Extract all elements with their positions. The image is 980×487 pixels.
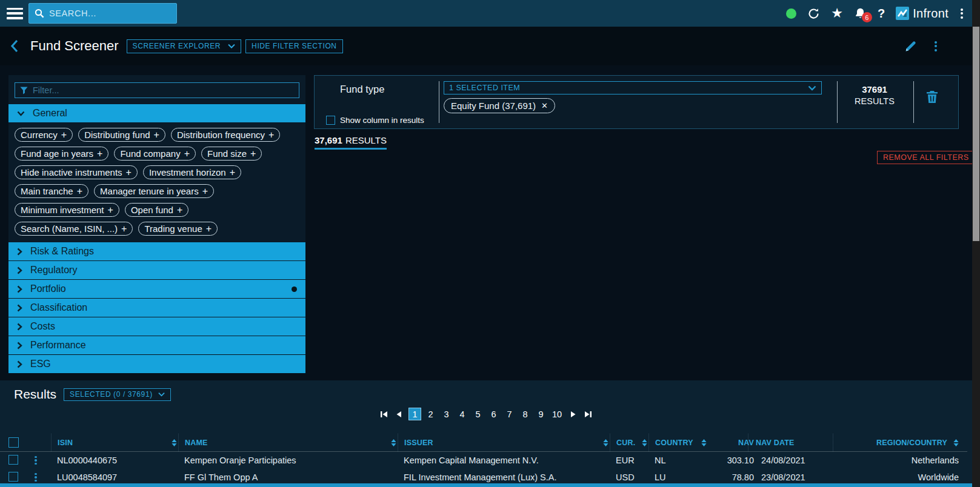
filter-chip-add[interactable]: Investment horizon+ [143, 165, 241, 179]
row-checkbox[interactable] [8, 472, 18, 482]
edit-icon[interactable] [904, 40, 917, 53]
funnel-icon [20, 87, 28, 94]
remove-chip-icon[interactable]: ✕ [541, 101, 548, 110]
pagination-page-4[interactable]: 4 [456, 408, 468, 420]
column-header-isin[interactable]: ISIN [51, 434, 184, 451]
hide-filter-section-button[interactable]: HIDE FILTER SECTION [245, 39, 343, 53]
filter-chip-add[interactable]: Hide inactive instruments+ [15, 165, 138, 179]
filter-chip-add[interactable]: Main tranche+ [15, 184, 88, 198]
help-icon[interactable]: ? [878, 7, 885, 21]
table-body: NL0000440675Kempen Oranje ParticipatiesK… [0, 452, 972, 486]
table-header: ISIN NAME ISSUER CUR. COUNTRY NAV NAV DA… [0, 434, 967, 452]
prev-page-icon[interactable] [393, 408, 405, 420]
filter-chip-add[interactable]: Fund company+ [114, 147, 196, 161]
next-page-icon[interactable] [567, 408, 579, 420]
column-header-name[interactable]: NAME [178, 434, 404, 451]
filter-placeholder: Filter... [33, 85, 59, 95]
add-icon: + [126, 168, 132, 177]
pagination-page-6[interactable]: 6 [487, 408, 500, 420]
pagination-page-2[interactable]: 2 [424, 408, 437, 420]
search-input[interactable]: SEARCH... [28, 3, 177, 24]
results-count-tab[interactable]: 37,691 RESULTS [315, 135, 387, 150]
filter-chip-add[interactable]: Minimum investment+ [15, 203, 119, 217]
row-menu-icon[interactable] [35, 456, 37, 465]
horizontal-scrollbar[interactable] [0, 483, 972, 487]
add-icon: + [61, 130, 67, 140]
favorites-icon[interactable]: ★ [831, 7, 843, 20]
chevron-right-icon [17, 267, 22, 274]
pagination-page-5[interactable]: 5 [472, 408, 484, 420]
chevron-down-icon [228, 44, 235, 48]
filter-chip-add[interactable]: Search (Name, ISIN, ...)+ [15, 222, 133, 236]
cell-country: NL [655, 456, 714, 465]
filter-section-general[interactable]: General [8, 104, 305, 122]
show-column-checkbox[interactable]: Show column in results [326, 116, 424, 125]
filter-section-risk-ratings[interactable]: Risk & Ratings [8, 242, 305, 260]
filter-chip-add[interactable]: Distributing fund+ [78, 128, 165, 142]
menu-icon[interactable] [7, 8, 23, 19]
scrollbar-thumb[interactable] [973, 27, 979, 241]
column-header-cur[interactable]: CUR. [610, 434, 655, 451]
column-header-region[interactable]: REGION/COUNTRY [833, 434, 959, 451]
sort-icon[interactable] [172, 439, 177, 446]
filter-section-classification[interactable]: Classification [8, 299, 305, 317]
infront-logo-icon [896, 7, 909, 20]
row-menu-icon[interactable] [35, 473, 37, 482]
add-icon: + [108, 205, 113, 215]
last-page-icon[interactable] [582, 408, 594, 420]
pagination-page-8[interactable]: 8 [519, 408, 532, 420]
vertical-scrollbar[interactable] [972, 0, 980, 487]
row-checkbox[interactable] [8, 455, 18, 465]
pagination-page-9[interactable]: 9 [535, 408, 547, 420]
filter-chip-add[interactable]: Fund size+ [201, 147, 262, 161]
column-header-country[interactable]: COUNTRY [648, 434, 714, 451]
filter-chip-add[interactable]: Open fund+ [125, 203, 188, 217]
add-icon: + [250, 149, 256, 159]
delete-filter-icon[interactable] [925, 90, 939, 104]
cell-country: LU [655, 472, 714, 482]
filter-section-portfolio[interactable]: Portfolio [8, 280, 305, 298]
column-header-issuer[interactable]: ISSUER [398, 434, 616, 451]
filter-chip-add[interactable]: Trading venue+ [138, 222, 218, 236]
filter-section-regulatory[interactable]: Regulatory [8, 261, 305, 279]
chevron-right-icon [17, 360, 22, 368]
search-placeholder: SEARCH... [49, 8, 96, 18]
filter-section-performance[interactable]: Performance [8, 336, 305, 354]
title-bar: Fund Screener SCREENER EXPLORER HIDE FIL… [0, 27, 972, 65]
sort-icon[interactable] [391, 439, 396, 446]
add-icon: + [202, 187, 208, 196]
filter-chip-add[interactable]: Fund age in years+ [15, 147, 108, 161]
sort-icon[interactable] [701, 439, 707, 446]
filter-chip-add[interactable]: Distribution frequency+ [171, 128, 280, 142]
add-icon: + [268, 130, 274, 140]
pagination-page-1[interactable]: 1 [408, 408, 421, 420]
checkbox[interactable] [326, 116, 335, 125]
table-row[interactable]: NL0000440675Kempen Oranje ParticipatiesK… [0, 452, 967, 469]
remove-all-filters-button[interactable]: REMOVE ALL FILTERS [877, 151, 975, 164]
sort-icon[interactable] [953, 439, 959, 446]
topbar-overflow-menu-icon[interactable] [959, 7, 964, 20]
cell-cur: USD [616, 472, 655, 482]
pagination-page-7[interactable]: 7 [503, 408, 516, 420]
selected-dropdown[interactable]: SELECTED (0 / 37691) [64, 388, 171, 401]
filter-section-esg[interactable]: ESG [8, 355, 305, 373]
refresh-icon[interactable] [807, 7, 820, 20]
filter-chip-add[interactable]: Manager tenure in years+ [94, 184, 214, 198]
pagination-page-3[interactable]: 3 [440, 408, 453, 420]
select-all-checkbox[interactable] [8, 437, 19, 448]
column-header-nav-date[interactable]: NAV DATE [748, 434, 839, 451]
filter-chip-add[interactable]: Currency+ [15, 128, 73, 142]
screener-overflow-menu-icon[interactable] [933, 40, 938, 53]
cell-isin: LU0048584097 [57, 472, 184, 482]
sort-icon[interactable] [642, 439, 647, 446]
notifications-icon[interactable]: 6 [854, 7, 867, 20]
screener-explorer-dropdown[interactable]: SCREENER EXPLORER [127, 39, 242, 53]
filter-search-input[interactable]: Filter... [15, 82, 299, 98]
selected-value-chip: Equity Fund (37,691) ✕ [444, 98, 555, 113]
selected-items-dropdown[interactable]: 1 SELECTED ITEM [444, 81, 822, 94]
back-icon[interactable] [10, 39, 19, 53]
sort-icon[interactable] [603, 439, 608, 446]
filter-section-costs[interactable]: Costs [8, 317, 305, 336]
first-page-icon[interactable] [378, 408, 390, 420]
pagination-page-10[interactable]: 10 [550, 408, 564, 420]
